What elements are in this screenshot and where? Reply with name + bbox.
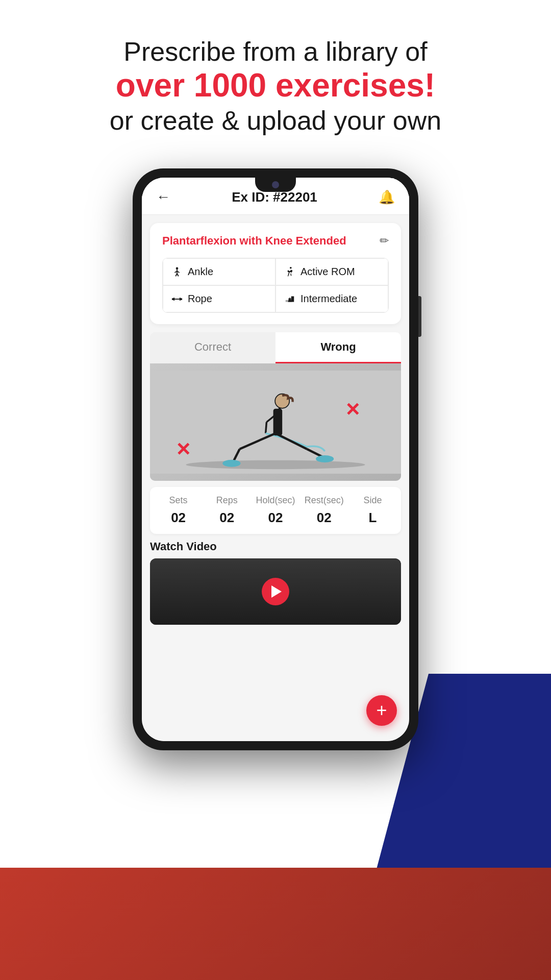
param-value-reps: 02 (203, 510, 251, 526)
svg-line-21 (266, 422, 267, 433)
person-icon (171, 266, 183, 278)
tag-rope-text: Rope (188, 293, 212, 305)
param-value-hold: 02 (251, 510, 299, 526)
edit-icon[interactable]: ✏ (380, 234, 389, 248)
exercise-image-bg: ✕ ✕ (150, 363, 401, 481)
exercise-name: Plantarflexion with Knee Extended (162, 234, 374, 248)
header-line3: or create & upload your own (0, 104, 551, 138)
phone-side-button (418, 296, 421, 337)
fab-add-button[interactable]: + (366, 695, 397, 726)
tab-wrong[interactable]: Wrong (276, 332, 401, 363)
svg-rect-28 (273, 409, 283, 436)
running-icon (284, 266, 295, 278)
param-label-hold: Hold(sec) (251, 495, 299, 506)
params-values: 02 02 02 02 L (154, 510, 397, 526)
params-labels: Sets Reps Hold(sec) Rest(sec) Side (154, 495, 397, 506)
svg-line-5 (177, 274, 179, 277)
svg-point-26 (316, 455, 334, 462)
tag-ankle: Ankle (163, 258, 276, 285)
tag-intermediate: Intermediate (276, 285, 388, 312)
phone-camera (272, 181, 279, 188)
svg-rect-11 (174, 299, 179, 300)
play-button[interactable] (262, 578, 289, 605)
header-line2: over 1000 exercises! (0, 67, 551, 103)
x-mark-left: ✕ (176, 439, 191, 460)
tabs-row: Correct Wrong (150, 332, 401, 363)
dumbbell-icon (171, 293, 183, 305)
param-value-sets: 02 (154, 510, 203, 526)
back-button[interactable]: ← (156, 189, 170, 205)
param-label-side: Side (348, 495, 397, 506)
tab-correct[interactable]: Correct (150, 332, 276, 363)
bg-red-decoration (0, 868, 551, 980)
tag-active-rom-text: Active ROM (300, 266, 355, 278)
svg-rect-14 (288, 298, 291, 302)
svg-rect-9 (173, 298, 175, 301)
param-label-reps: Reps (203, 495, 251, 506)
svg-rect-13 (286, 300, 289, 302)
exercise-illustration (150, 363, 401, 481)
tag-ankle-text: Ankle (188, 266, 213, 278)
params-section: Sets Reps Hold(sec) Rest(sec) Side 02 02… (150, 487, 401, 534)
param-value-side: L (348, 510, 397, 526)
video-thumbnail[interactable] (150, 558, 401, 625)
notification-bell-icon[interactable]: 🔔 (379, 189, 395, 205)
param-label-sets: Sets (154, 495, 203, 506)
svg-point-0 (176, 267, 179, 270)
exercise-name-row: Plantarflexion with Knee Extended ✏ (162, 234, 389, 248)
param-value-rest: 02 (300, 510, 348, 526)
tag-intermediate-text: Intermediate (300, 293, 357, 305)
exercise-card: Plantarflexion with Knee Extended ✏ (150, 223, 401, 324)
svg-point-6 (290, 267, 292, 269)
tag-active-rom: Active ROM (276, 258, 388, 285)
phone-screen: ← Ex ID: #22201 🔔 Plantarflexion with Kn… (142, 178, 409, 741)
svg-point-17 (186, 460, 365, 470)
svg-point-27 (222, 460, 240, 467)
x-mark-right: ✕ (345, 399, 360, 421)
param-label-rest: Rest(sec) (300, 495, 348, 506)
tags-grid: Ankle Active ROM (162, 258, 389, 313)
tag-rope: Rope (163, 285, 276, 312)
watch-video-section: Watch Video (150, 540, 401, 625)
phone-notch (255, 178, 296, 192)
phone-wrapper: ← Ex ID: #22201 🔔 Plantarflexion with Kn… (0, 168, 551, 750)
play-triangle-icon (271, 585, 282, 598)
phone-device: ← Ex ID: #22201 🔔 Plantarflexion with Kn… (133, 168, 418, 750)
fab-plus-icon: + (376, 701, 387, 720)
header-section: Prescribe from a library of over 1000 ex… (0, 0, 551, 158)
header-line1: Prescribe from a library of (0, 36, 551, 67)
level-icon (284, 293, 295, 305)
exercise-image-container: ✕ ✕ (150, 363, 401, 481)
svg-rect-10 (180, 298, 181, 301)
svg-rect-15 (291, 296, 294, 302)
watch-video-label: Watch Video (150, 540, 401, 553)
app-content: ← Ex ID: #22201 🔔 Plantarflexion with Kn… (142, 178, 409, 741)
